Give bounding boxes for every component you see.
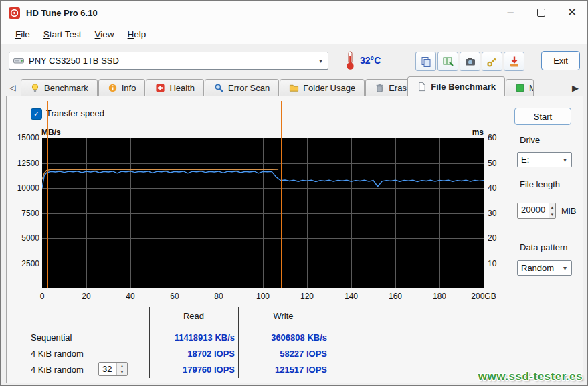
toolbar: PNY CS3250 1TB SSD ▾ 32°C Exit xyxy=(1,44,587,76)
chevron-down-icon: ▾ xyxy=(563,264,568,272)
arrow-left-icon: ◁ xyxy=(9,83,15,92)
tab-scroll-right-button[interactable]: ▶ xyxy=(569,80,582,95)
toolbar-buttons xyxy=(415,52,524,71)
menu-help[interactable]: Help xyxy=(121,27,153,42)
file-length-label: File length xyxy=(520,179,560,189)
result-row-label: 4 KiB random xyxy=(31,365,84,375)
health-icon xyxy=(155,83,165,93)
queue-depth-input[interactable]: 32▲▼ xyxy=(98,362,128,376)
tab-label: M xyxy=(529,83,534,93)
file-icon xyxy=(417,82,427,92)
folder-icon xyxy=(289,83,299,93)
app-icon xyxy=(9,7,20,19)
benchmark-chart xyxy=(42,138,484,288)
read-value: 179760 IOPS xyxy=(149,365,235,375)
write-value: 121517 IOPS xyxy=(238,365,327,375)
y-axis-right-tick: 10 xyxy=(488,259,510,268)
tab-file-benchmark[interactable]: File Benchmark xyxy=(407,76,505,96)
y-axis-left-unit: MB/s xyxy=(41,128,61,137)
y-axis-right-tick: 30 xyxy=(488,209,510,218)
x-axis-tick: 40 xyxy=(109,292,152,301)
menu-view[interactable]: View xyxy=(88,27,121,42)
monitor-icon xyxy=(515,83,525,93)
x-axis-tick: 80 xyxy=(197,292,240,301)
tab-folder-usage[interactable]: Folder Usage xyxy=(280,79,365,96)
thermometer-icon xyxy=(345,50,355,73)
table-header-divider xyxy=(27,326,469,326)
spin-down-icon[interactable]: ▼ xyxy=(117,369,127,376)
tab-erase[interactable]: Erase xyxy=(365,79,413,96)
data-pattern-dropdown[interactable]: Random ▾ xyxy=(517,260,572,276)
x-axis-tick: 20 xyxy=(65,292,108,301)
menu-file[interactable]: File xyxy=(9,27,37,42)
tab-label: Benchmark xyxy=(44,83,88,93)
spin-up-icon[interactable]: ▲ xyxy=(549,203,555,211)
tab-m[interactable]: M xyxy=(506,79,534,96)
write-column-header: Write xyxy=(238,311,328,321)
tab-info[interactable]: Info xyxy=(98,79,146,96)
download-icon xyxy=(508,56,520,68)
result-row-label: 4 KiB random xyxy=(31,349,84,359)
x-axis-tick: 180 xyxy=(418,292,461,301)
y-axis-right-tick: 20 xyxy=(488,233,510,243)
x-axis-tick: 0 xyxy=(21,292,64,301)
write-value: 3606808 KB/s xyxy=(238,332,327,343)
drive-dropdown[interactable]: E: ▾ xyxy=(517,152,572,167)
titlebar: HD Tune Pro 6.10 ─ ✕ xyxy=(1,1,587,25)
position-marker-line xyxy=(47,101,48,288)
tab-error-scan[interactable]: Error Scan xyxy=(205,79,279,96)
y-axis-left-tick: 10000 xyxy=(9,183,39,193)
trash-icon xyxy=(375,83,385,93)
menu-start-test[interactable]: Start Test xyxy=(37,27,88,42)
y-axis-right-tick: 60 xyxy=(488,133,510,142)
temperature-value: 32°C xyxy=(360,55,381,66)
write-value: 58227 IOPS xyxy=(238,349,327,359)
drive-label: Drive xyxy=(520,135,540,145)
y-axis-left-tick: 15000 xyxy=(9,133,39,142)
drive-select[interactable]: PNY CS3250 1TB SSD ▾ xyxy=(9,52,328,70)
exit-button[interactable]: Exit xyxy=(541,51,580,70)
x-axis-tick: 160 xyxy=(374,292,417,301)
file-length-unit: MiB xyxy=(561,206,576,216)
tab-label: Error Scan xyxy=(228,83,270,93)
chevron-down-icon: ▾ xyxy=(563,156,568,163)
minimize-icon: ─ xyxy=(507,7,513,17)
read-value: 18702 IOPS xyxy=(149,349,235,359)
key-button[interactable] xyxy=(482,52,502,71)
tab-label: Folder Usage xyxy=(303,83,355,93)
tab-health[interactable]: Health xyxy=(146,79,204,96)
transfer-speed-label: Transfer speed xyxy=(46,108,104,118)
tab-benchmark[interactable]: Benchmark xyxy=(21,79,98,96)
export-button[interactable] xyxy=(437,52,458,71)
maximize-button[interactable] xyxy=(526,1,557,24)
spin-up-icon[interactable]: ▲ xyxy=(117,363,127,369)
copy-button[interactable] xyxy=(415,52,436,71)
file-length-value: 20000 xyxy=(518,203,549,218)
close-icon: ✕ xyxy=(567,5,577,19)
camera-icon xyxy=(464,56,476,68)
window-title: HD Tune Pro 6.10 xyxy=(26,8,98,18)
y-axis-left-tick: 7500 xyxy=(9,209,39,218)
file-length-input[interactable]: 20000 ▲▼ xyxy=(517,203,556,219)
minimize-button[interactable]: ─ xyxy=(495,1,526,24)
close-button[interactable]: ✕ xyxy=(557,1,587,24)
tab-scroll-left-button[interactable]: ◁ xyxy=(6,80,19,95)
download-button[interactable] xyxy=(504,52,524,71)
result-row: Sequential11418913 KB/s3606808 KB/s xyxy=(27,330,461,346)
read-value: 11418913 KB/s xyxy=(149,332,235,343)
watermark: www.ssd-tester.es xyxy=(478,370,583,383)
start-button[interactable]: Start xyxy=(514,108,571,125)
spin-down-icon[interactable]: ▼ xyxy=(549,211,555,218)
y-axis-right-tick: 40 xyxy=(488,183,510,193)
drive-dropdown-value: E: xyxy=(521,155,529,165)
read-column-header: Read xyxy=(149,311,238,321)
camera-button[interactable] xyxy=(460,52,480,71)
data-pattern-label: Data pattern xyxy=(520,242,568,252)
checkmark-icon: ✓ xyxy=(33,110,39,118)
y-axis-left-tick: 12500 xyxy=(9,159,39,168)
info-icon xyxy=(108,83,118,93)
y-axis-left-tick: 2500 xyxy=(9,259,39,268)
window-controls: ─ ✕ xyxy=(495,1,587,24)
arrow-right-icon: ▶ xyxy=(572,83,579,93)
transfer-speed-checkbox[interactable]: ✓ xyxy=(31,108,42,120)
